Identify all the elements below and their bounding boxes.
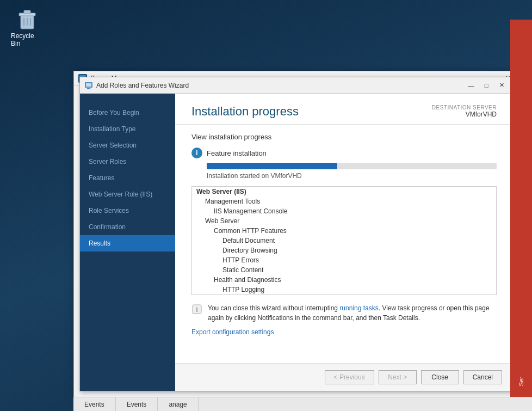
- list-item: Common HTTP Features: [192, 226, 496, 236]
- sidebar-item-results[interactable]: Results: [80, 235, 175, 251]
- sidebar-item-server-selection[interactable]: Server Selection: [80, 137, 175, 154]
- sidebar-item-confirmation[interactable]: Confirmation: [80, 219, 175, 235]
- svg-text:i: i: [196, 306, 198, 314]
- list-item: Default Document: [192, 236, 496, 246]
- wizard-footer: < Previous Next > Close Cancel: [175, 363, 513, 391]
- red-panel: Ser: [510, 20, 532, 397]
- export-config-link[interactable]: Export configuration settings: [191, 328, 497, 336]
- sidebar-item-role-services[interactable]: Role Services: [80, 203, 175, 219]
- wizard-title: Add Roles and Features Wizard: [96, 82, 464, 89]
- wizard-body: Before You Begin Installation Type Serve…: [80, 94, 513, 391]
- list-item: HTTP Logging: [192, 285, 496, 295]
- destination-server-info: DESTINATION SERVER VMforVHD: [432, 105, 497, 118]
- install-list[interactable]: Web Server (IIS) Management Tools IIS Ma…: [191, 186, 497, 295]
- sidebar-item-server-roles[interactable]: Server Roles: [80, 154, 175, 170]
- svg-rect-2: [24, 10, 30, 14]
- info-note: i You can close this wizard without inte…: [191, 303, 497, 323]
- svg-rect-12: [86, 83, 91, 87]
- recycle-bin-icon[interactable]: Recycle Bin: [11, 8, 44, 47]
- wizard-dialog: Add Roles and Features Wizard — □ ✕ Befo…: [79, 77, 514, 391]
- progress-bar-fill: [207, 163, 337, 169]
- wizard-header-top: Installation progress DESTINATION SERVER…: [191, 105, 497, 119]
- wizard-minimize-button[interactable]: —: [464, 80, 478, 91]
- running-tasks-link[interactable]: running tasks: [339, 304, 378, 312]
- close-button[interactable]: Close: [421, 370, 459, 384]
- svg-rect-11: [86, 89, 91, 89]
- wizard-titlebar: Add Roles and Features Wizard — □ ✕: [80, 77, 513, 94]
- info-icon: i: [191, 148, 202, 158]
- list-item: Management Tools: [192, 197, 496, 206]
- list-item: Web Server: [192, 216, 496, 226]
- previous-button[interactable]: < Previous: [325, 370, 374, 384]
- bottom-bar-events-2: Events: [116, 397, 158, 411]
- sidebar-item-web-server-role[interactable]: Web Server Role (IIS): [80, 186, 175, 203]
- view-progress-label: View installation progress: [191, 133, 497, 141]
- wizard-content: Installation progress DESTINATION SERVER…: [175, 94, 513, 391]
- install-started-text: Installation started on VMforVHD: [207, 172, 497, 180]
- feature-install-row: i Feature installation: [191, 148, 497, 158]
- progress-bar-container: [207, 163, 497, 169]
- destination-server-name: VMforVHD: [432, 111, 497, 118]
- server-manager-window: Server Manager — □ ✕ Add Roles and Featu…: [73, 71, 519, 397]
- page-title: Installation progress: [191, 105, 299, 119]
- list-item: Web Server (IIS): [192, 187, 496, 197]
- bottom-bar: Events Events anage: [73, 397, 532, 411]
- sidebar-item-installation-type[interactable]: Installation Type: [80, 121, 175, 137]
- list-item: Health and Diagnostics: [192, 275, 496, 285]
- desktop: Recycle Bin Server Manager — □ ✕: [0, 0, 532, 411]
- list-item: Directory Browsing: [192, 246, 496, 255]
- bottom-bar-manage: anage: [158, 397, 198, 411]
- wizard-close-button[interactable]: ✕: [494, 80, 509, 91]
- cancel-button[interactable]: Cancel: [463, 370, 502, 384]
- wizard-sidebar: Before You Begin Installation Type Serve…: [80, 94, 175, 391]
- list-item: HTTP Errors: [192, 255, 496, 265]
- list-item: Static Content: [192, 265, 496, 275]
- red-panel-text: Ser: [518, 377, 524, 386]
- destination-server-label: DESTINATION SERVER: [432, 105, 497, 111]
- list-item: IIS Management Console: [192, 206, 496, 216]
- sidebar-item-before-you-begin[interactable]: Before You Begin: [80, 105, 175, 121]
- recycle-bin-label: Recycle Bin: [11, 32, 44, 47]
- wizard-main: View installation progress i Feature ins…: [175, 125, 513, 363]
- bottom-bar-events-1: Events: [73, 397, 116, 411]
- sidebar-item-features[interactable]: Features: [80, 170, 175, 186]
- wizard-header: Installation progress DESTINATION SERVER…: [175, 94, 513, 125]
- wizard-maximize-button[interactable]: □: [479, 80, 493, 91]
- next-button[interactable]: Next >: [379, 370, 417, 384]
- info-note-text: You can close this wizard without interr…: [208, 303, 497, 323]
- wizard-window-controls: — □ ✕: [464, 80, 509, 91]
- feature-install-label: Feature installation: [207, 149, 267, 157]
